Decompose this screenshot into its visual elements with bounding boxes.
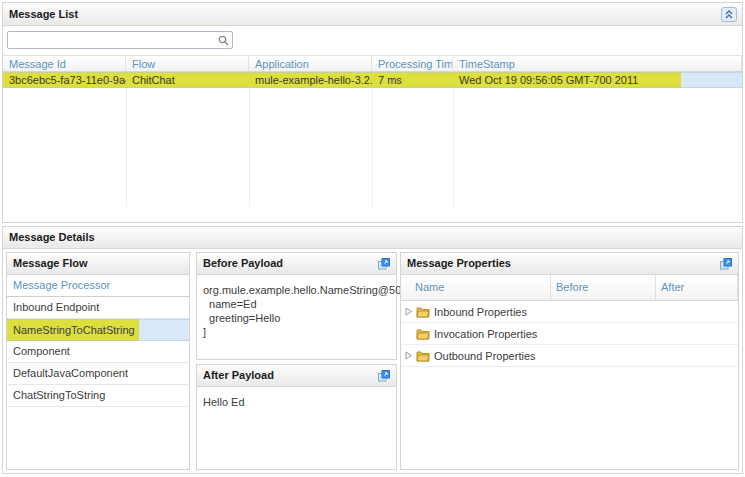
column-separator [453,72,454,207]
message-details-panel: Message Details Message Flow Message Pro… [2,226,743,474]
popout-button[interactable] [378,258,390,270]
message-details-titlebar: Message Details [3,227,742,249]
message-properties-title: Message Properties [407,257,511,269]
payload-line: ] [203,326,206,338]
search-icon[interactable] [218,35,229,46]
popout-button[interactable] [378,370,390,382]
column-header-processing-time[interactable]: Processing Time [372,56,453,71]
payload-line: greeting=Hello [203,312,280,324]
message-list-body: 3bc6ebc5-fa73-11e0-9a4c-73b ChitChat mul… [3,72,742,207]
expand-arrow-icon[interactable] [405,307,416,316]
after-payload-panel: After Payload Hello Ed [196,364,397,470]
column-header-message-id[interactable]: Message Id [3,56,126,71]
message-flow-titlebar: Message Flow [7,253,189,275]
popout-icon [378,370,390,382]
message-list-title: Message List [9,8,78,20]
message-details-title: Message Details [9,231,95,243]
tree-row-outbound-properties[interactable]: Outbound Properties [401,345,738,367]
after-payload-titlebar: After Payload [197,365,396,387]
expand-arrow-icon[interactable] [405,351,416,360]
message-row[interactable]: 3bc6ebc5-fa73-11e0-9a4c-73b ChitChat mul… [3,72,742,88]
folder-icon [416,306,430,318]
processor-item[interactable]: DefaultJavaComponent [7,363,189,385]
message-flow-panel: Message Flow Message Processor Inbound E… [6,252,190,470]
tree-row-invocation-properties[interactable]: Invocation Properties [401,323,738,345]
tree-label: Invocation Properties [434,328,537,340]
cell-processing-time: 7 ms [372,73,453,87]
properties-tree: Inbound Properties Invocation Properties [401,301,738,367]
after-payload-title: After Payload [203,369,274,381]
message-properties-titlebar: Message Properties [401,253,738,275]
column-header-timestamp[interactable]: TimeStamp [453,56,742,71]
processor-item[interactable]: ChatStringToString [7,385,189,407]
collapse-panel-button[interactable] [721,7,737,22]
before-payload-panel: Before Payload org.mule.example.hello.Na… [196,252,397,360]
search-input[interactable] [10,33,214,47]
message-properties-header-row: Name Before After [401,275,738,301]
column-separator [372,72,373,207]
double-chevron-up-icon [724,10,734,19]
column-header-flow[interactable]: Flow [126,56,249,71]
search-box [7,31,233,49]
column-header-application[interactable]: Application [249,56,372,71]
before-payload-content: org.mule.example.hello.NameString@503606… [197,275,396,347]
message-flow-title: Message Flow [13,257,88,269]
cell-application: mule-example-hello-3.2.0 [249,73,372,87]
payload-line: org.mule.example.hello.NameString@503606… [203,284,429,296]
column-header-after[interactable]: After [656,275,738,300]
tree-label: Inbound Properties [434,306,527,318]
payload-line: name=Ed [203,298,257,310]
message-list-toolbar [3,26,742,55]
after-payload-content: Hello Ed [197,387,396,417]
cell-message-id: 3bc6ebc5-fa73-11e0-9a4c-73b [3,73,126,87]
message-list-panel: Message List Message Id Flow Application… [2,2,743,223]
cell-timestamp: Wed Oct 19 09:56:05 GMT-700 2011 [453,73,742,87]
before-payload-titlebar: Before Payload [197,253,396,275]
message-list-titlebar: Message List [3,3,742,26]
popout-icon [378,258,390,270]
column-header-name[interactable]: Name [401,275,551,300]
tree-label: Outbound Properties [434,350,536,362]
cell-flow: ChitChat [126,73,249,87]
column-separator [249,72,250,207]
processor-item[interactable]: Inbound Endpoint [7,297,189,319]
column-header-message-processor[interactable]: Message Processor [7,275,189,297]
column-separator [126,72,127,207]
message-list-header-row: Message Id Flow Application Processing T… [3,55,742,72]
folder-icon [416,328,430,340]
column-header-before[interactable]: Before [551,275,656,300]
processor-list: Inbound Endpoint NameStringToChatString … [7,297,189,407]
processor-item[interactable]: Component [7,341,189,363]
folder-icon [416,350,430,362]
popout-icon [720,258,732,270]
before-payload-title: Before Payload [203,257,283,269]
tree-row-inbound-properties[interactable]: Inbound Properties [401,301,738,323]
processor-item-selected[interactable]: NameStringToChatString [7,319,189,341]
message-details-body: Message Flow Message Processor Inbound E… [3,249,742,473]
popout-button[interactable] [720,258,732,270]
message-properties-panel: Message Properties Name Before After [400,252,739,470]
